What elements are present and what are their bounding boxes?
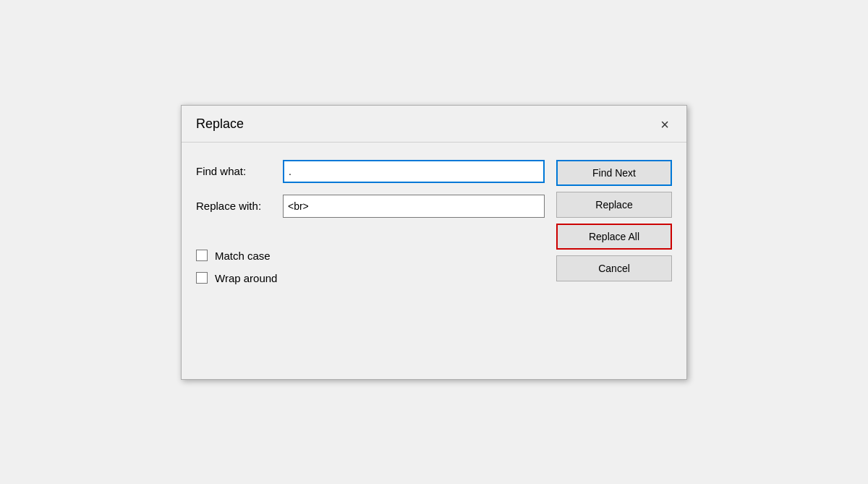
wrap-around-checkbox[interactable] bbox=[196, 272, 208, 284]
match-case-checkbox[interactable] bbox=[196, 250, 208, 261]
find-what-row: Find what: bbox=[196, 160, 545, 183]
replace-dialog: Replace × Find what: Replace with: bbox=[181, 105, 687, 380]
replace-with-label: Replace with: bbox=[196, 200, 283, 212]
find-next-button[interactable]: Find Next bbox=[556, 160, 672, 186]
checkboxes-area: Match case Wrap around bbox=[196, 250, 545, 284]
find-what-label: Find what: bbox=[196, 165, 283, 177]
form-rows: Find what: Replace with: bbox=[196, 160, 545, 218]
wrap-around-row: Wrap around bbox=[196, 272, 545, 284]
replace-all-button[interactable]: Replace All bbox=[556, 224, 672, 250]
match-case-row: Match case bbox=[196, 250, 545, 262]
dialog-title: Replace bbox=[196, 116, 244, 132]
dialog-body: Find what: Replace with: Mat bbox=[182, 143, 686, 379]
replace-button[interactable]: Replace bbox=[556, 192, 672, 218]
main-area: Find what: Replace with: Mat bbox=[196, 160, 672, 284]
close-button[interactable]: × bbox=[655, 114, 675, 135]
wrap-around-label: Wrap around bbox=[215, 272, 277, 284]
dialog-overlay: Replace × Find what: Replace with: bbox=[0, 0, 868, 484]
match-case-label: Match case bbox=[215, 250, 271, 262]
left-area: Find what: Replace with: Mat bbox=[196, 160, 545, 284]
buttons-column: Find Next Replace Replace All Cancel bbox=[556, 160, 672, 281]
cancel-button[interactable]: Cancel bbox=[556, 255, 672, 281]
replace-with-row: Replace with: bbox=[196, 195, 545, 218]
dialog-titlebar: Replace × bbox=[182, 106, 686, 143]
replace-with-input[interactable] bbox=[283, 195, 545, 218]
find-what-input[interactable] bbox=[283, 160, 545, 183]
